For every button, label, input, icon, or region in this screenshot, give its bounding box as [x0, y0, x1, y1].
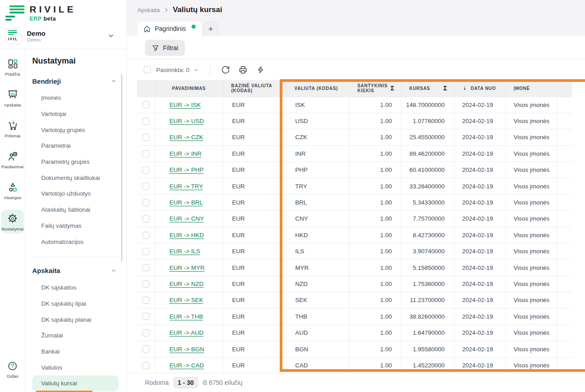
sidebar-item-vartotojo-užduotys[interactable]: Vartotojo užduotys [32, 186, 119, 202]
sidebar-item-dk-sąskaitos[interactable]: DK sąskaitos [32, 280, 119, 296]
sidebar-item-parametrų-grupės[interactable]: Parametrų grupės [32, 154, 119, 170]
refresh-icon[interactable] [220, 64, 231, 75]
rate-name-link[interactable]: EUR -> SEK [170, 297, 203, 303]
date-from-cell: 2024-02-19 [454, 357, 505, 373]
row-checkbox[interactable] [142, 199, 149, 206]
sidebar-item-automatizacijos[interactable]: Automatizacijos [32, 234, 119, 250]
relative-qty-cell: 1.00 [349, 357, 401, 373]
row-checkbox[interactable] [142, 297, 149, 304]
rate-name-link[interactable]: EUR -> CZK [170, 134, 203, 141]
rivile-logo-icon [5, 4, 25, 22]
sidebar-section-apskaita[interactable]: Apskaita [26, 264, 127, 277]
column-header-santykinis-kiekis[interactable]: SANTYKINIS KIEKIS Σ [349, 80, 401, 97]
pagination-range[interactable]: 1 - 30 [173, 377, 198, 388]
company-selector[interactable]: IVIL Demo Demo [5, 27, 121, 45]
sidebar-item-valiutos[interactable]: Valiutos [32, 359, 119, 375]
sum-sigma-icon[interactable]: Σ [390, 85, 396, 92]
column-header-imone[interactable]: ĮMONĖ [505, 80, 557, 97]
column-header-valiuta[interactable]: VALIUTA (KODAS) [286, 80, 349, 97]
row-checkbox[interactable] [142, 313, 149, 320]
company-cell: Visos įmonės [505, 129, 557, 145]
rate-cell: 5.15850000 [401, 260, 454, 276]
row-checkbox[interactable] [142, 329, 149, 337]
selected-count-dropdown[interactable]: Pasirinkta: 0 [156, 67, 199, 73]
rate-name-link[interactable]: EUR -> THB [170, 313, 203, 320]
sidebar-item-bankai[interactable]: Bankai [32, 344, 119, 360]
row-checkbox[interactable] [142, 150, 149, 158]
extra-cell [557, 227, 572, 243]
sidebar-item-įmonės[interactable]: Įmonės [32, 90, 119, 106]
sidebar-item-parametrai[interactable]: Parametrai [32, 138, 119, 154]
row-checkbox[interactable] [142, 248, 149, 255]
sum-sigma-icon[interactable]: Σ [443, 85, 449, 92]
extra-cell [557, 162, 572, 178]
row-checkbox[interactable] [142, 362, 149, 369]
breadcrumb-parent[interactable]: Apskaita [137, 7, 160, 13]
sidebar-item-valiutų-kursai[interactable]: Valiutų kursai [32, 375, 119, 392]
pagination-prefix: Rodoma [145, 379, 169, 386]
table-row: EUR -> INR EUR INR 1.00 89.46200000 2024… [137, 145, 572, 162]
row-checkbox[interactable] [142, 264, 149, 271]
row-checkbox[interactable] [142, 232, 149, 239]
row-checkbox[interactable] [142, 215, 149, 222]
sidebar-scrollbar[interactable] [121, 74, 123, 262]
rate-name-link[interactable]: EUR -> NZD [170, 281, 204, 287]
rate-name-link[interactable]: EUR -> USD [170, 118, 204, 124]
row-checkbox[interactable] [142, 166, 149, 174]
base-currency-cell: EUR [223, 260, 286, 276]
sidebar-item-failų-valdymas[interactable]: Failų valdymas [32, 218, 119, 234]
sidebar-item-vartotojų-grupės[interactable]: Vartotojų grupės [32, 122, 119, 138]
company-cell: Visos įmonės [505, 97, 557, 113]
date-from-cell: 2024-02-19 [454, 178, 505, 194]
rail-item-apskaita[interactable]: Apskaita [1, 86, 24, 110]
rail-item-nustatymai[interactable]: Nustatymai [1, 210, 24, 234]
rate-name-link[interactable]: EUR -> MYR [170, 264, 205, 271]
rail-item-atsargos[interactable]: Atsargos [1, 179, 24, 202]
row-checkbox[interactable] [142, 101, 149, 108]
filters-button[interactable]: Filtrai [145, 40, 185, 56]
rail-item-pirkimai[interactable]: Pirkimai [1, 117, 24, 141]
base-currency-cell: EUR [223, 194, 286, 210]
tab-pagrindinis[interactable]: Pagrindinis [137, 21, 202, 36]
rail-item-gidas[interactable]: Gidas [1, 358, 24, 381]
rate-name-link[interactable]: EUR -> INR [170, 150, 202, 157]
rate-name-link[interactable]: EUR -> HKD [170, 232, 204, 239]
column-header-bazine-valiuta[interactable]: BAZINĖ VALIUTA (KODAS) [223, 80, 286, 97]
rate-name-link[interactable]: EUR -> CAD [170, 362, 204, 369]
row-checkbox[interactable] [142, 134, 149, 141]
add-tab-button[interactable]: + [203, 21, 218, 36]
row-checkbox[interactable] [142, 345, 149, 353]
rate-name-link[interactable]: EUR -> PHP [170, 166, 204, 173]
relative-qty-cell: 1.00 [349, 243, 401, 260]
rate-name-link[interactable]: EUR -> TRY [170, 183, 203, 190]
currency-code-cell: CNY [286, 211, 349, 227]
rate-cell: 60.41000000 [401, 162, 454, 178]
column-header-kursas[interactable]: KURSAS Σ [401, 80, 454, 97]
sidebar-item-ataskaitų-šablonai[interactable]: Ataskaitų šablonai [32, 202, 119, 218]
select-all-checkbox[interactable] [144, 66, 151, 73]
sidebar-item-dk-sąskaitų-tipai[interactable]: DK sąskaitų tipai [32, 296, 119, 312]
row-checkbox[interactable] [142, 118, 149, 125]
rate-name-link[interactable]: EUR -> BGN [170, 346, 205, 353]
tab-label: Pagrindinis [155, 25, 186, 32]
date-from-cell: 2024-02-19 [454, 292, 505, 308]
automation-zap-icon[interactable] [255, 64, 266, 75]
sidebar-section-bendrieji[interactable]: Bendrieji [26, 75, 127, 87]
rail-item-pardavimai[interactable]: Pardavimai [1, 148, 24, 171]
sidebar-item-dokumentų-skaitliukai[interactable]: Dokumentų skaitliukai [32, 170, 119, 186]
print-icon[interactable] [238, 64, 248, 75]
rate-name-link[interactable]: EUR -> BRL [170, 199, 203, 206]
sidebar-item-vartotojai[interactable]: Vartotojai [32, 106, 119, 122]
column-header-data-nuo[interactable]: DATA NUO [454, 80, 505, 97]
row-checkbox[interactable] [142, 281, 149, 288]
rate-name-link[interactable]: EUR -> AUD [170, 329, 204, 336]
rate-name-link[interactable]: EUR -> ILS [170, 248, 201, 255]
rate-name-link[interactable]: EUR -> CNY [170, 215, 204, 222]
row-checkbox[interactable] [142, 183, 149, 190]
column-header-pavadinimas[interactable]: PAVADINIMAS [155, 80, 223, 97]
sidebar-item-žurnalai[interactable]: Žurnalai [32, 328, 119, 344]
rail-item-pradzia[interactable]: Pradžia [1, 55, 24, 79]
rate-name-link[interactable]: EUR -> ISK [170, 102, 201, 108]
sidebar-item-dk-sąskaitų-planai[interactable]: DK sąskaitų planai [32, 311, 119, 328]
currency-rates-table-wrap: PAVADINIMAS BAZINĖ VALIUTA (KODAS) VALIU… [137, 80, 572, 374]
